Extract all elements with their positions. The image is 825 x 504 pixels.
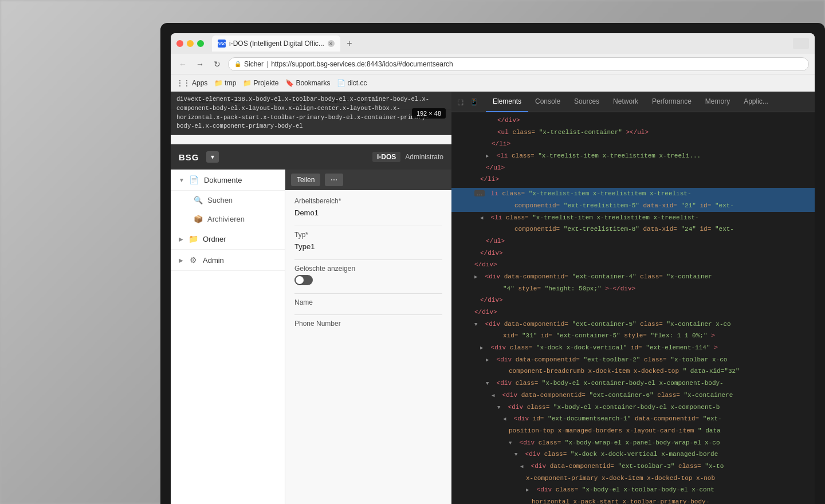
tooltip-size: 192 × 48 <box>412 108 446 119</box>
dom-line[interactable]: ◀ <li class= "x-treelist-item x-treelist… <box>451 212 815 224</box>
dom-line[interactable]: <ul class= "x-treelist-container" ></ul> <box>451 127 815 139</box>
dom-line[interactable]: ▼ <div class= "x-dock x-dock-vertical x-… <box>451 448 815 460</box>
sidebar-item-archivieren[interactable]: 📦 Archivieren <box>171 210 285 229</box>
dom-indent <box>463 309 474 316</box>
header-dropdown[interactable]: ▾ <box>206 151 219 163</box>
tab-memory[interactable]: Memory <box>698 92 737 112</box>
ordner-label: Ordner <box>203 235 226 243</box>
sidebar-item-ordner[interactable]: ▶ 📁 Ordner <box>171 229 285 250</box>
device-toolbar-icon[interactable]: 📱 <box>469 97 479 107</box>
dom-line[interactable]: </div> <box>451 247 815 259</box>
dom-line[interactable]: </div> <box>451 294 815 306</box>
maximize-button[interactable] <box>197 40 204 47</box>
tab-console[interactable]: Console <box>528 92 567 112</box>
browser-tab[interactable]: BSG i-DOS (Intelligent Digital Offic... … <box>212 36 340 52</box>
suchen-label: Suchen <box>207 196 233 204</box>
website-area: XS – 480 ▾ 480 × 800 90% ▾ Onl <box>171 92 451 504</box>
dom-indent <box>463 238 486 245</box>
dom-indent <box>463 140 492 147</box>
back-button[interactable]: ← <box>176 58 189 70</box>
browser-titlebar: BSG i-DOS (Intelligent Digital Offic... … <box>171 33 815 54</box>
bookmark-dictcc[interactable]: 📄 dict.cc <box>337 79 367 87</box>
ellipsis-button[interactable]: … <box>474 190 485 196</box>
dom-line[interactable]: ▼ <div class= "x-body-el x-container-bod… <box>451 401 815 414</box>
dom-indent <box>463 368 509 375</box>
url-bar[interactable]: 🔒 Sicher | https://support.bsg-services.… <box>228 57 809 71</box>
tab-network[interactable]: Network <box>606 92 645 112</box>
dom-line[interactable]: ◀ <div data-componentid= "ext-toolbar-3"… <box>451 460 815 472</box>
tab-performance-label: Performance <box>652 97 692 105</box>
bookmark-projekte[interactable]: 📁 Projekte <box>243 79 278 87</box>
dom-line[interactable]: "4" style= "height: 50px;" >–</div> <box>451 283 815 295</box>
forward-button[interactable]: → <box>194 58 206 70</box>
archivieren-label: Archivieren <box>207 215 245 223</box>
dom-line[interactable]: ◀ <div data-componentid= "ext-container-… <box>451 389 815 401</box>
dom-line[interactable]: horizontal x-pack-start x-toolbar-primar… <box>451 496 815 504</box>
dom-line[interactable]: </div> <box>451 306 815 318</box>
dokumente-icon: 📄 <box>189 175 199 184</box>
app-header: BSG ▾ i-DOS Administrato <box>171 144 451 170</box>
tab-sources[interactable]: Sources <box>567 92 606 112</box>
tab-close-button[interactable]: ✕ <box>328 40 335 47</box>
sidebar-item-suchen[interactable]: 🔍 Suchen <box>171 191 285 210</box>
close-button[interactable] <box>176 40 183 47</box>
reload-button[interactable]: ↻ <box>211 58 223 70</box>
arbeitsbereich-label: Arbeitsbereich* <box>294 197 442 205</box>
inspect-icon[interactable]: ⬚ <box>455 97 465 107</box>
dom-indent <box>463 475 526 482</box>
dom-line[interactable]: x-component-primary x-dock-item x-docked… <box>451 472 815 485</box>
dom-line[interactable]: xid= "31" id= "ext-container-5" style= "… <box>451 330 815 342</box>
tab-elements[interactable]: Elements <box>486 92 528 112</box>
dom-line[interactable]: ▼ <div class= "x-body-el x-container-bod… <box>451 377 815 389</box>
more-button[interactable]: ⋯ <box>325 174 343 186</box>
dom-line[interactable]: ◀ <div id= "ext-documentsearch-1" data-c… <box>451 413 815 425</box>
dom-line-selected-2[interactable]: componentid= "ext-treelistitem-5" data-x… <box>451 200 815 212</box>
dom-indent <box>463 356 486 363</box>
dropdown-arrow: ▾ <box>211 153 214 161</box>
bookmark-apps[interactable]: ⋮⋮ Apps <box>176 79 207 87</box>
tab-application-label: Applic... <box>744 97 768 105</box>
tab-performance[interactable]: Performance <box>645 92 698 112</box>
dom-indent <box>463 415 503 422</box>
browser-window: BSG i-DOS (Intelligent Digital Offic... … <box>171 33 815 504</box>
tab-title: i-DOS (Intelligent Digital Offic... <box>229 40 324 48</box>
dom-line[interactable]: </li> <box>451 138 815 150</box>
dom-line[interactable]: </li> <box>451 174 815 186</box>
dom-line[interactable]: position-top x-managed-borders x-layout-… <box>451 425 815 437</box>
bookmark-tmp[interactable]: 📁 tmp <box>214 79 236 87</box>
new-tab-button[interactable]: + <box>343 37 356 50</box>
dom-line[interactable]: ▼ <div data-componentid= "ext-container-… <box>451 318 815 330</box>
dom-indent <box>463 332 503 339</box>
minimize-button[interactable] <box>187 40 194 47</box>
devtools-content: </div> <ul class= "x-treelist-container"… <box>451 112 815 504</box>
devtools-panel: ⬚ 📱 Elements Console Sources Network <box>451 92 815 504</box>
dom-indent <box>463 152 486 159</box>
sidebar-item-admin[interactable]: ▶ ⚙ Admin <box>171 250 285 271</box>
tab-network-label: Network <box>613 97 638 105</box>
bookmark-bookmarks[interactable]: 🔖 Bookmarks <box>285 79 330 87</box>
header-right: i-DOS Administrato <box>372 152 443 162</box>
dom-line-selected[interactable]: … li class= "x-treelist-item x-treelisti… <box>451 188 815 200</box>
dom-line[interactable]: ▶ <div class= "x-body-el x-toolbar-body-… <box>451 484 815 496</box>
dom-line[interactable]: ▼ <div class= "x-body-wrap-el x-panel-bo… <box>451 437 815 449</box>
lock-icon: 🔒 <box>234 61 241 67</box>
tmp-label: tmp <box>225 79 236 87</box>
dom-tree[interactable]: </div> <ul class= "x-treelist-container"… <box>451 112 815 504</box>
dom-indent <box>463 164 486 171</box>
dom-line[interactable]: componentid= "ext-treelistitem-8" data-x… <box>451 223 815 235</box>
dom-line[interactable]: ▶ <div data-componentid= "ext-toolbar-2"… <box>451 354 815 366</box>
dom-line[interactable]: ▶ <li class= "x-treelist-item x-treelist… <box>451 150 815 162</box>
teilen-button[interactable]: Teilen <box>291 174 320 186</box>
dom-line[interactable]: </div> <box>451 259 815 271</box>
bookmarks-bar: ⋮⋮ Apps 📁 tmp 📁 Projekte 🔖 Bookmarks 📄 d… <box>171 74 815 92</box>
tab-application[interactable]: Applic... <box>737 92 775 112</box>
dom-line[interactable]: </ul> <box>451 235 815 247</box>
geloeschte-toggle[interactable] <box>294 275 313 285</box>
dictcc-label: dict.cc <box>347 79 367 87</box>
dom-line[interactable]: </div> <box>451 115 815 127</box>
dom-line[interactable]: ▶ <div class= "x-dock x-dock-vertical" i… <box>451 342 815 354</box>
sidebar-item-dokumente[interactable]: ▼ 📄 Dokumente <box>171 170 285 191</box>
dom-line[interactable]: </ul> <box>451 162 815 174</box>
dom-line[interactable]: component-breadcrumb x-dock-item x-docke… <box>451 365 815 377</box>
dom-line[interactable]: ▶ <div data-componentid= "ext-container-… <box>451 271 815 283</box>
